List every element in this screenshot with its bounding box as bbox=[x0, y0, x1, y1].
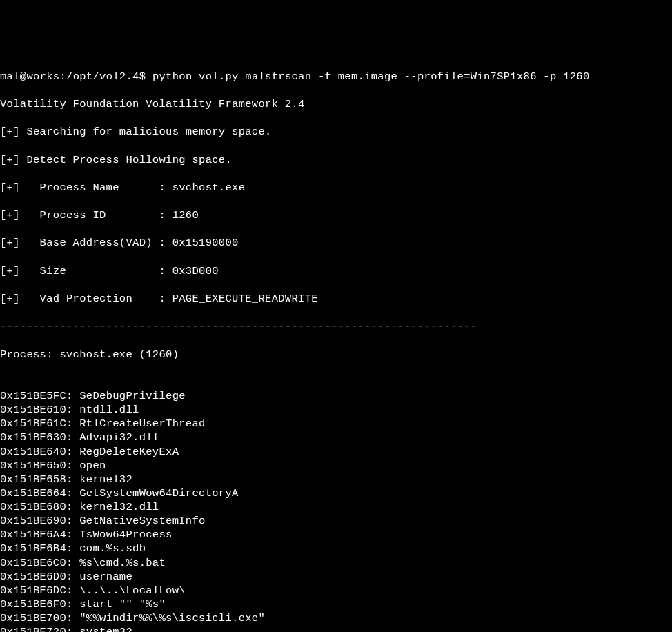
string-entry: 0x151BE6D0: username bbox=[0, 570, 672, 584]
process-id-value: 1260 bbox=[172, 209, 199, 221]
string-entry: 0x151BE640: RegDeleteKeyExA bbox=[0, 445, 672, 459]
string-entry: 0x151BE6B4: com.%s.sdb bbox=[0, 542, 672, 555]
string-value: %s\cmd.%s.bat bbox=[73, 557, 166, 569]
string-address: 0x151BE630: bbox=[0, 431, 73, 444]
prompt-path: /opt/vol2.4 bbox=[66, 70, 139, 83]
string-value: GetSystemWow64DirectoryA bbox=[73, 487, 239, 500]
string-entry: 0x151BE690: GetNativeSystemInfo bbox=[0, 514, 672, 528]
string-address: 0x151BE720: bbox=[0, 626, 73, 632]
prompt-user-host: mal@works bbox=[0, 70, 59, 83]
string-value: system32 bbox=[73, 626, 132, 632]
string-value: Advapi32.dll bbox=[73, 431, 159, 444]
string-value: GetNativeSystemInfo bbox=[73, 515, 206, 527]
string-address: 0x151BE680: bbox=[0, 501, 73, 513]
string-value: IsWow64Process bbox=[73, 529, 172, 541]
string-entry: 0x151BE61C: RtlCreateUserThread bbox=[0, 417, 672, 431]
banner-line: Volatility Foundation Volatility Framewo… bbox=[0, 97, 672, 111]
detect-message: [+] Detect Process Hollowing space. bbox=[0, 153, 672, 167]
string-value: open bbox=[73, 460, 106, 472]
vad-protection-value: PAGE_EXECUTE_READWRITE bbox=[172, 293, 318, 305]
search-message: [+] Searching for malicious memory space… bbox=[0, 125, 672, 139]
size-value: 0x3D000 bbox=[172, 265, 219, 277]
string-value: \..\..\LocalLow\ bbox=[73, 584, 186, 597]
process-id-line: [+] Process ID : 1260 bbox=[0, 208, 672, 222]
process-header-line: Process: svchost.exe (1260) bbox=[0, 348, 672, 362]
string-address: 0x151BE5FC: bbox=[0, 390, 73, 402]
divider-line: ----------------------------------------… bbox=[0, 319, 672, 333]
string-address: 0x151BE6A4: bbox=[0, 529, 73, 541]
command-text: python vol.py malstrscan -f mem.image --… bbox=[152, 70, 590, 83]
string-entry: 0x151BE650: open bbox=[0, 459, 672, 473]
string-value: ntdll.dll bbox=[73, 404, 139, 416]
string-entry: 0x151BE700: "%%windir%%\%s\iscsicli.exe" bbox=[0, 611, 672, 625]
string-entry: 0x151BE658: kernel32 bbox=[0, 473, 672, 486]
string-address: 0x151BE6D0: bbox=[0, 571, 73, 583]
string-address: 0x151BE650: bbox=[0, 460, 73, 472]
string-entry: 0x151BE720: system32 bbox=[0, 625, 672, 632]
string-value: RegDeleteKeyExA bbox=[73, 446, 179, 458]
string-value: start "" "%s" bbox=[73, 598, 166, 611]
string-entry: 0x151BE6A4: IsWow64Process bbox=[0, 528, 672, 542]
string-value: com.%s.sdb bbox=[73, 542, 146, 555]
process-name-value: svchost.exe bbox=[172, 181, 246, 194]
string-entry: 0x151BE6C0: %s\cmd.%s.bat bbox=[0, 556, 672, 570]
strings-list: 0x151BE5FC: SeDebugPrivilege0x151BE610: … bbox=[0, 389, 672, 632]
string-value: RtlCreateUserThread bbox=[73, 417, 206, 430]
terminal-output: mal@works:/opt/vol2.4$ python vol.py mal… bbox=[0, 56, 672, 632]
string-address: 0x151BE690: bbox=[0, 515, 73, 527]
string-address: 0x151BE610: bbox=[0, 404, 73, 416]
string-address: 0x151BE700: bbox=[0, 612, 73, 624]
string-entry: 0x151BE5FC: SeDebugPrivilege bbox=[0, 389, 672, 403]
base-address-value: 0x15190000 bbox=[172, 237, 239, 249]
command-prompt-line[interactable]: mal@works:/opt/vol2.4$ python vol.py mal… bbox=[0, 70, 672, 83]
string-entry: 0x151BE6F0: start "" "%s" bbox=[0, 598, 672, 611]
string-entry: 0x151BE610: ntdll.dll bbox=[0, 403, 672, 417]
string-value: SeDebugPrivilege bbox=[73, 390, 186, 402]
string-address: 0x151BE658: bbox=[0, 473, 73, 486]
process-name-line: [+] Process Name : svchost.exe bbox=[0, 181, 672, 195]
string-value: kernel32.dll bbox=[73, 501, 159, 513]
string-address: 0x151BE6C0: bbox=[0, 557, 73, 569]
string-address: 0x151BE6F0: bbox=[0, 598, 73, 611]
string-address: 0x151BE61C: bbox=[0, 417, 73, 430]
base-address-line: [+] Base Address(VAD) : 0x15190000 bbox=[0, 236, 672, 250]
string-address: 0x151BE6B4: bbox=[0, 542, 73, 555]
string-entry: 0x151BE680: kernel32.dll bbox=[0, 500, 672, 514]
string-entry: 0x151BE6DC: \..\..\LocalLow\ bbox=[0, 584, 672, 598]
string-value: kernel32 bbox=[73, 473, 132, 486]
size-line: [+] Size : 0x3D000 bbox=[0, 264, 672, 278]
prompt-symbol: $ bbox=[139, 70, 146, 83]
string-value: username bbox=[73, 571, 132, 583]
vad-protection-line: [+] Vad Protection : PAGE_EXECUTE_READWR… bbox=[0, 292, 672, 306]
string-entry: 0x151BE630: Advapi32.dll bbox=[0, 431, 672, 444]
string-address: 0x151BE664: bbox=[0, 487, 73, 500]
string-address: 0x151BE6DC: bbox=[0, 584, 73, 597]
string-entry: 0x151BE664: GetSystemWow64DirectoryA bbox=[0, 486, 672, 500]
string-address: 0x151BE640: bbox=[0, 446, 73, 458]
string-value: "%%windir%%\%s\iscsicli.exe" bbox=[73, 612, 265, 624]
